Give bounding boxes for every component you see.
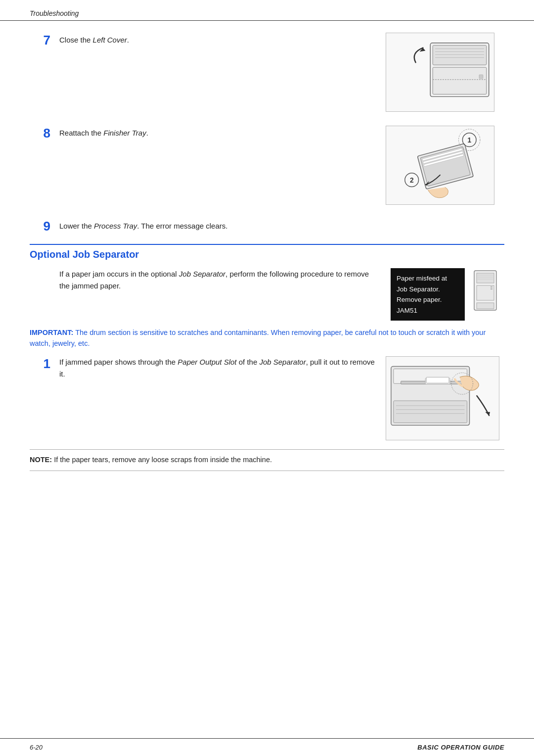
footer-guide-title: BASIC OPERATION GUIDE — [417, 744, 504, 751]
page-footer: 6-20 BASIC OPERATION GUIDE — [0, 738, 534, 756]
small-printer-icon — [472, 268, 499, 314]
step-8-illustration: 1 2 — [386, 126, 494, 205]
important-text: The drum section is sensitive to scratch… — [30, 329, 486, 347]
header-title: Troubleshooting — [30, 9, 79, 17]
display-line-1: Paper misfeed at — [397, 273, 459, 284]
section-title: Optional Job Separator — [30, 249, 139, 260]
section-header: Optional Job Separator — [30, 244, 504, 260]
svg-rect-26 — [477, 285, 494, 300]
display-line-2: Job Separator. — [397, 284, 459, 295]
note-label: NOTE: — [30, 456, 52, 464]
important-label: IMPORTANT: — [30, 329, 73, 336]
ojs-intro-row: If a paper jam occurs in the optional Jo… — [30, 268, 504, 321]
step-7-image — [386, 33, 504, 112]
ojs-step-1-text: If jammed paper shows through the Paper … — [59, 356, 376, 380]
step-9-number: 9 — [30, 219, 59, 234]
svg-rect-22 — [477, 273, 494, 283]
svg-rect-7 — [479, 75, 483, 79]
svg-rect-34 — [426, 377, 449, 383]
step-8-row: 8 Reattach the Finisher Tray. — [30, 126, 504, 205]
page-container: Troubleshooting 7 Close the Left Cover. — [0, 0, 534, 756]
step-8-text: Reattach the Finisher Tray. — [59, 126, 371, 139]
ojs-display-box: Paper misfeed at Job Separator. Remove p… — [391, 268, 504, 321]
footer-page-number: 6-20 — [30, 744, 43, 751]
main-content: 7 Close the Left Cover. — [0, 21, 534, 471]
page-header: Troubleshooting — [0, 0, 534, 21]
svg-rect-2 — [433, 67, 487, 94]
ojs-step-1-content: If jammed paper shows through the Paper … — [59, 356, 504, 440]
step-7-illustration — [386, 33, 494, 112]
note-text: If the paper tears, remove any loose scr… — [54, 456, 272, 464]
ojs-step-1-image — [386, 356, 504, 440]
step-7-row: 7 Close the Left Cover. — [30, 33, 504, 112]
svg-rect-1 — [433, 46, 487, 65]
ojs-step-1-row: 1 If jammed paper shows through the Pape… — [30, 356, 504, 440]
display-line-3: Remove paper. — [397, 294, 459, 305]
step-8-number: 8 — [30, 126, 59, 141]
step-9-text: Lower the Process Tray. The error messag… — [59, 219, 504, 232]
ojs-intro-text: If a paper jam occurs in the optional Jo… — [30, 268, 379, 292]
step-7-text: Close the Left Cover. — [59, 33, 371, 46]
display-line-4: JAM51 — [397, 305, 459, 316]
display-panel: Paper misfeed at Job Separator. Remove p… — [391, 268, 465, 321]
step-7-number: 7 — [30, 33, 59, 48]
step-8-image: 1 2 — [386, 126, 504, 205]
note-box: NOTE: If the paper tears, remove any loo… — [30, 449, 504, 471]
step-9-row: 9 Lower the Process Tray. The error mess… — [30, 219, 504, 234]
svg-rect-27 — [477, 303, 494, 309]
svg-rect-35 — [394, 401, 467, 423]
svg-text:2: 2 — [410, 176, 414, 184]
svg-text:1: 1 — [467, 136, 471, 144]
ojs-step-1-number: 1 — [30, 356, 59, 372]
important-notice: IMPORTANT: The drum section is sensitive… — [30, 328, 504, 349]
ojs-step-1-illustration — [386, 356, 499, 440]
